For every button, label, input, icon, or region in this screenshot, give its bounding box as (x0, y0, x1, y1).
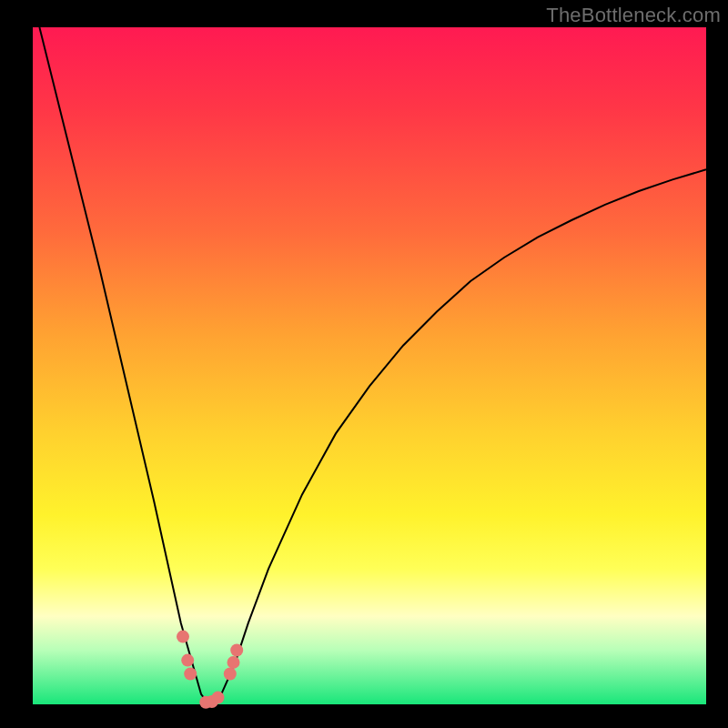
curve-layer (0, 0, 728, 728)
highlight-dot (228, 656, 240, 669)
highlight-dot (212, 692, 225, 704)
highlight-dot (224, 668, 237, 681)
chart-frame: TheBottleneck.com (0, 0, 728, 728)
highlight-dot (230, 644, 243, 657)
highlight-dot (184, 668, 197, 681)
highlight-dot (177, 631, 189, 643)
watermark-text: TheBottleneck.com (546, 4, 721, 27)
highlight-dot (181, 654, 194, 667)
bottleneck-curve (39, 27, 706, 703)
